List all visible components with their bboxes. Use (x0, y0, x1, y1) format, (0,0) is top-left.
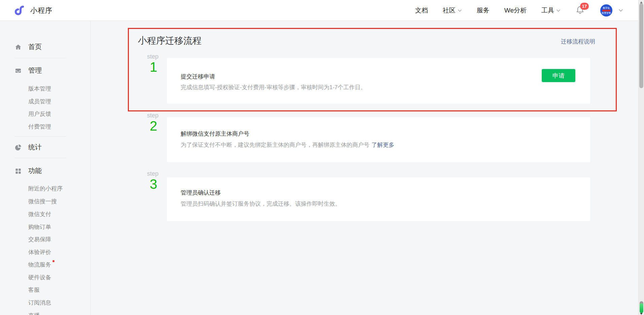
pie-chart-icon (15, 144, 22, 151)
sidebar-item-logistics-service[interactable]: 物流服务 (28, 261, 55, 269)
grid-icon (15, 168, 22, 174)
sidebar-item-label: 统计 (28, 143, 42, 152)
step-2-title: 解绑微信支付原主体商户号 (181, 130, 249, 138)
account-menu-chevron-icon[interactable] (618, 9, 623, 12)
sidebar: 首页 管理 版本管理 成员管理 用户反馈 付费管理 统计 功能 附近的小程序 微… (0, 21, 91, 315)
nav-community-label: 社区 (443, 6, 456, 15)
notification-bell[interactable]: 17 (575, 5, 585, 15)
sidebar-item-label: 管理 (28, 66, 42, 75)
nav-services[interactable]: 服务 (477, 6, 490, 15)
chevron-down-icon (556, 9, 561, 12)
nav-we-analytics-label: We分析 (504, 6, 527, 15)
sidebar-item-user-feedback[interactable]: 用户反馈 (28, 110, 51, 118)
avatar-red-banner (602, 10, 610, 11)
sidebar-item-features[interactable]: 功能 (15, 166, 42, 175)
logo-text: 小程序 (30, 6, 52, 15)
sidebar-item-wechat-search[interactable]: 微信搜一搜 (28, 198, 57, 205)
sidebar-divider (15, 158, 66, 158)
step-1-title: 提交迁移申请 (181, 73, 215, 80)
step-1-card: 提交迁移申请 完成信息填写-授权验证-支付费用-审核等步骤，审核时间为1-7个工… (167, 58, 590, 104)
nav-docs-label: 文档 (415, 6, 428, 15)
sidebar-item-nearby-miniprograms[interactable]: 附近的小程序 (28, 185, 63, 193)
tray-icon (15, 67, 22, 74)
sidebar-item-subscribe-messages[interactable]: 订阅消息 (28, 299, 51, 307)
sidebar-item-member-manage[interactable]: 成员管理 (28, 98, 51, 105)
top-nav: 文档 社区 服务 We分析 工具 17 (415, 0, 623, 21)
sidebar-divider (15, 136, 66, 137)
sidebar-item-statistics[interactable]: 统计 (15, 143, 42, 152)
step-3-description: 管理员扫码确认并签订服务协议，完成迁移。该操作即时生效。 (181, 200, 341, 208)
sidebar-item-transaction-guarantee[interactable]: 交易保障 (28, 236, 51, 243)
scrollbar[interactable] (638, 0, 644, 315)
miniprogram-logo-icon (15, 4, 27, 16)
step-1-description: 完成信息填写-授权验证-支付费用-审核等步骤，审核时间为1-7个工作日。 (181, 83, 366, 91)
scrollbar-thumb[interactable] (639, 3, 643, 88)
sidebar-divider (15, 58, 66, 58)
sidebar-item-experience-rating[interactable]: 体验评价 (28, 248, 51, 256)
scroll-bottom-marker[interactable] (640, 303, 643, 313)
step-3-title: 管理员确认迁移 (181, 189, 221, 197)
step-2-description-text: 为了保证支付不中断，建议先绑定新主体的商户号，再解绑原主体的商户号 (181, 142, 369, 148)
step-word: step (147, 170, 174, 177)
sidebar-item-wechat-pay[interactable]: 微信支付 (28, 210, 51, 218)
new-badge-dot (52, 260, 55, 262)
chevron-down-icon (458, 9, 462, 12)
logo[interactable]: 小程序 (15, 4, 52, 16)
sidebar-item-customer-service[interactable]: 客服 (28, 286, 40, 294)
apply-button[interactable]: 申请 (542, 69, 575, 82)
avatar-text-top: 数字化 (603, 7, 610, 9)
sidebar-item-version-manage[interactable]: 版本管理 (28, 85, 51, 93)
step-2-card: 解绑微信支付原主体商户号 为了保证支付不中断，建议先绑定新主体的商户号，再解绑原… (167, 117, 590, 162)
sidebar-item-label: 首页 (28, 42, 42, 51)
nav-we-analytics[interactable]: We分析 (504, 6, 527, 15)
home-icon (15, 44, 22, 50)
top-header: 小程序 文档 社区 服务 We分析 工具 (0, 0, 644, 21)
nav-community[interactable]: 社区 (443, 6, 462, 15)
sidebar-item-hardware-devices[interactable]: 硬件设备 (28, 274, 51, 281)
sidebar-item-payment-manage[interactable]: 付费管理 (28, 123, 51, 131)
scroll-down-icon[interactable] (640, 313, 643, 315)
migration-help-link[interactable]: 迁移流程说明 (561, 38, 595, 45)
avatar[interactable]: 数字化 智慧零售 (600, 4, 612, 16)
sidebar-item-label: 物流服务 (28, 261, 51, 268)
nav-tools[interactable]: 工具 (541, 6, 561, 15)
sidebar-item-label: 功能 (28, 166, 42, 175)
sidebar-item-shopping-orders[interactable]: 购物订单 (28, 223, 51, 231)
learn-more-link[interactable]: 了解更多 (371, 142, 394, 148)
sidebar-item-home[interactable]: 首页 (15, 42, 42, 51)
sidebar-item-manage[interactable]: 管理 (15, 66, 42, 75)
avatar-text-bottom: 智慧零售 (602, 12, 611, 14)
step-2-description: 为了保证支付不中断，建议先绑定新主体的商户号，再解绑原主体的商户号了解更多 (181, 141, 394, 149)
nav-tools-label: 工具 (541, 6, 554, 15)
step-3-card: 管理员确认迁移 管理员扫码确认并签订服务协议，完成迁移。该操作即时生效。 (167, 177, 590, 221)
sidebar-item-live[interactable]: 直播 (28, 312, 40, 315)
notification-badge: 17 (580, 3, 589, 10)
nav-docs[interactable]: 文档 (415, 6, 428, 15)
page-title: 小程序迁移流程 (138, 35, 202, 47)
nav-services-label: 服务 (477, 6, 490, 15)
